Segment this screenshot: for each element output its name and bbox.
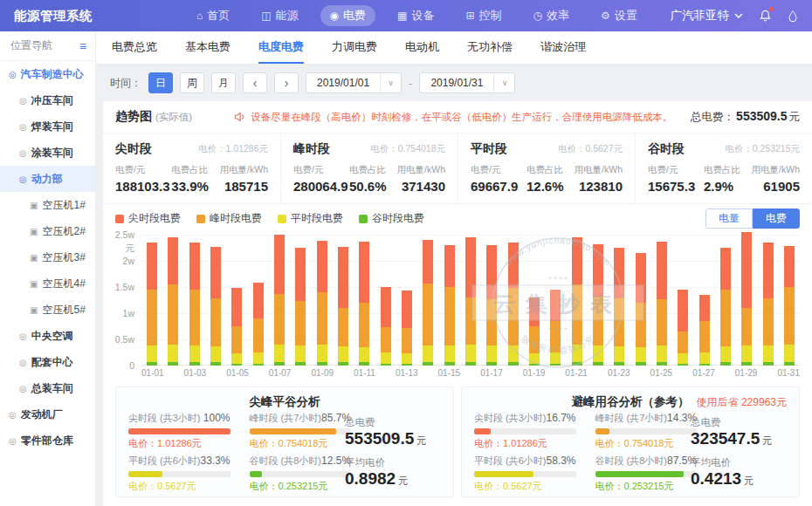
start-date-picker[interactable]: 2019/01/01 ∨ [306,72,402,93]
sidebar-item[interactable]: ▣空压机2# [0,218,95,244]
bar-segment [486,345,497,362]
sidebar-item[interactable]: ◎发动机厂 [0,401,95,427]
nav-item[interactable]: ⊞控制 [456,5,511,26]
total-fee-block: 总电费 553509.5元 [345,416,441,448]
end-date-picker[interactable]: 2019/01/31 ∨ [419,72,515,93]
bar[interactable] [205,235,226,366]
nav-item[interactable]: ◷效率 [523,5,578,26]
bar[interactable] [715,235,736,366]
bar-segment [274,345,285,362]
sidebar-item[interactable]: ◎焊装车间 [0,113,95,140]
nav-item[interactable]: ⚙设置 [591,5,647,26]
toggle-option[interactable]: 电费 [753,209,800,229]
bar[interactable] [290,235,311,366]
water-drop-button[interactable] [788,10,798,23]
legend-item[interactable]: 谷时段电费 [359,211,424,226]
plot-wrap: www.yunjichaobiao.com * * * * 云集抄表 * * *… [141,235,800,380]
bar[interactable] [396,235,417,366]
sidebar-item[interactable]: ◎配套中心 [0,349,95,375]
bar[interactable] [545,235,566,366]
analysis-row-label: 平时段 (共6小时) [474,455,547,468]
tab[interactable]: 无功补偿 [467,31,513,64]
metric: 用电量/kWh61905 [748,164,800,194]
bar[interactable] [354,235,375,366]
bar[interactable] [567,235,588,366]
bar[interactable] [694,235,715,366]
bar[interactable] [248,235,269,366]
sidebar-item[interactable]: ◎总装车间 [0,375,95,401]
company-dropdown[interactable]: 广汽菲亚特 [671,8,744,24]
sidebar-item[interactable]: ▣空压机4# [0,270,95,297]
tab[interactable]: 电费总览 [112,31,157,64]
sidebar-item[interactable]: ◎汽车制造中心 [0,61,95,87]
sidebar-item[interactable]: ◎动力部 [0,166,95,192]
tab[interactable]: 电度电费 [258,31,304,64]
collapse-icon[interactable]: ≡ [79,39,86,53]
bar[interactable] [779,235,800,366]
bar[interactable] [312,235,333,366]
bar[interactable] [736,235,757,366]
period-card-header: 峰时段电价：0.754018元 [293,141,445,157]
bar[interactable] [609,235,630,366]
bar[interactable] [503,235,524,366]
bar[interactable] [651,235,672,366]
sidebar-item[interactable]: ▣空压机5# [0,297,95,323]
bar[interactable] [141,235,162,366]
nav-item[interactable]: ◫能源 [251,5,307,26]
nav-item[interactable]: ⌂首页 [187,5,239,26]
panel-title-row: 避峰用谷分析（参考） 使用后省 229963元 [474,393,787,412]
tab[interactable]: 电动机 [405,31,439,64]
bar[interactable] [333,235,354,366]
bar[interactable] [524,235,545,366]
next-period-button[interactable]: › [274,72,299,93]
bar-segment [274,362,285,366]
bar[interactable] [269,235,290,366]
bar[interactable] [375,235,396,366]
tab[interactable]: 力调电费 [332,31,377,64]
progress-track [474,428,576,434]
bar[interactable] [439,235,460,366]
avg-price-label: 平均电价 [691,456,787,469]
bar[interactable] [184,235,205,366]
bar-segment [210,362,221,366]
tab[interactable]: 谐波治理 [540,31,586,64]
bar[interactable] [417,235,438,366]
legend-item[interactable]: 尖时段电费 [115,211,181,226]
bar-segment [317,362,327,366]
bar-segment [699,352,710,364]
sidebar-item-label: 焊装车间 [31,120,73,134]
nav-item[interactable]: ◉电费 [320,5,375,26]
trend-card: 趋势图 (实际值) 设备尽量在峰段（高电价）时刻检修，在平或谷（低电价）生产运行… [103,101,812,506]
bar[interactable] [758,235,779,366]
sidebar-item[interactable]: ◎冲压车间 [0,87,95,113]
metric: 电费/元188103.3 [115,164,171,194]
toggle-option[interactable]: 电量 [705,209,753,229]
sidebar-item[interactable]: ◎中央空调 [0,323,95,349]
sidebar-item[interactable]: ◎零件部仓库 [0,427,95,454]
sidebar-item[interactable]: ◎涂装车间 [0,140,95,166]
bar[interactable] [481,235,502,366]
sidebar-item[interactable]: ▣空压机1# [0,192,95,218]
bar-stack [381,287,391,366]
notifications-button[interactable] [759,9,772,23]
trend-bar-chart[interactable]: 2.5w2w1.5w1w0.5w0元 [103,231,812,380]
sidebar-item[interactable]: ▣空压机3# [0,244,95,270]
bar[interactable] [162,235,183,366]
legend-color-swatch [115,215,124,223]
prev-period-button[interactable]: ‹ [243,72,267,93]
granularity-button[interactable]: 月 [211,72,236,93]
granularity-button[interactable]: 周 [180,72,204,93]
legend-item[interactable]: 平时段电费 [278,211,343,226]
bar[interactable] [588,235,609,366]
pin-icon: ◎ [9,436,17,446]
bar[interactable] [226,235,247,366]
bar[interactable] [672,235,693,366]
bar-segment [741,232,752,308]
granularity-button[interactable]: 日 [148,72,173,93]
legend-item[interactable]: 峰时段电费 [196,211,262,226]
bar-segment [593,297,603,345]
bar[interactable] [460,235,481,366]
nav-item[interactable]: ▦设备 [388,5,444,26]
tab[interactable]: 基本电费 [185,31,231,64]
bar[interactable] [630,235,651,366]
